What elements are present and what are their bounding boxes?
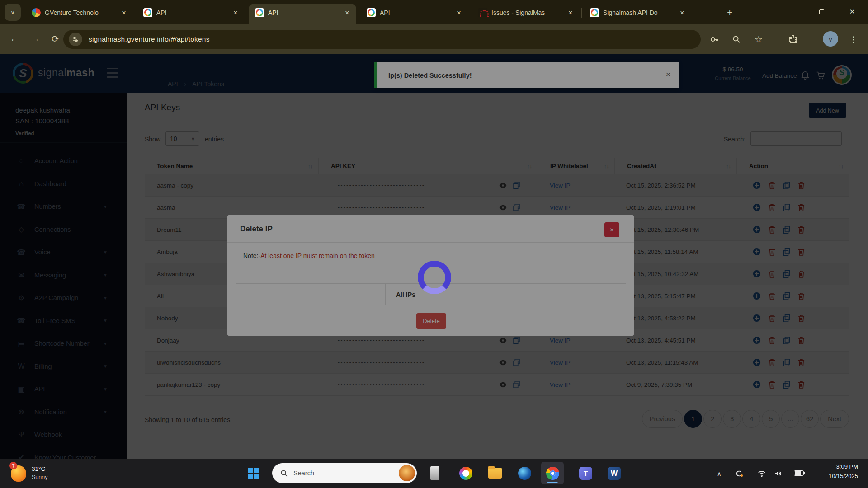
- bookmark-star-icon[interactable]: ☆: [753, 34, 764, 45]
- reload-button[interactable]: ⟳: [52, 33, 59, 44]
- chrome-icon[interactable]: [546, 467, 559, 480]
- page-viewport: S signalmash API › API Tokens $ 96.50 Cu…: [0, 54, 868, 459]
- window-close-button[interactable]: ✕: [844, 5, 860, 19]
- browser-tab[interactable]: API✕: [137, 4, 245, 24]
- tab-search-button[interactable]: ∨: [5, 4, 21, 21]
- signalmash-favicon-icon: [255, 8, 264, 17]
- forward-button[interactable]: →: [31, 33, 40, 44]
- battery-icon[interactable]: [794, 470, 804, 476]
- tab-separator: [470, 8, 470, 18]
- tray-expand-icon[interactable]: ∧: [717, 470, 722, 477]
- tab-title: API: [268, 9, 343, 16]
- extensions-icon[interactable]: [788, 34, 798, 45]
- loading-overlay: [0, 54, 868, 459]
- browser-tab[interactable]: Issues - SignalMas✕: [472, 4, 580, 24]
- clock-date: 10/15/2025: [809, 473, 858, 479]
- back-button[interactable]: ←: [10, 33, 19, 44]
- profile-avatar[interactable]: v: [823, 31, 838, 47]
- wifi-icon[interactable]: [758, 469, 771, 483]
- redmine-favicon-icon: [478, 8, 487, 17]
- password-key-icon[interactable]: [709, 34, 720, 45]
- tab-close-icon[interactable]: ✕: [678, 8, 687, 17]
- browser-tab[interactable]: API✕: [249, 4, 356, 24]
- windows-taskbar: 7 31°C Sunny Search T 58 W ∧ 3:09 PM 10/…: [0, 459, 868, 488]
- search-placeholder: Search: [293, 469, 399, 477]
- tab-title: API: [156, 9, 231, 16]
- word-icon[interactable]: W: [608, 467, 621, 480]
- edge-browser-icon[interactable]: [518, 467, 531, 480]
- weather-sun-icon: 7: [10, 463, 28, 483]
- phone-link-icon[interactable]: [430, 466, 439, 480]
- new-tab-button[interactable]: +: [723, 6, 736, 19]
- gventure-favicon-icon: [32, 8, 41, 17]
- browser-toolbar: ← → ⟳ signalmash.gventure.info/#/api/tok…: [0, 24, 868, 54]
- taskbar-clock[interactable]: 3:09 PM 10/15/2025: [809, 463, 858, 479]
- signalmash-favicon-icon: [143, 8, 152, 17]
- tab-separator: [135, 8, 135, 18]
- tab-close-icon[interactable]: ✕: [119, 8, 128, 17]
- tab-close-icon[interactable]: ✕: [566, 8, 575, 17]
- tab-close-icon[interactable]: ✕: [454, 8, 463, 17]
- browser-tabstrip: ∨ GVenture Technolo✕API✕API✕API✕Issues -…: [0, 0, 868, 24]
- clock-time: 3:09 PM: [809, 463, 858, 470]
- browser-tab[interactable]: API✕: [360, 4, 468, 24]
- tab-title: Signalmash API Do: [603, 9, 678, 16]
- window-minimize-button[interactable]: —: [782, 5, 797, 19]
- teams-icon[interactable]: T: [579, 467, 592, 480]
- weather-alert-badge: 7: [9, 462, 17, 469]
- search-icon: [280, 469, 288, 477]
- tab-separator: [581, 8, 582, 18]
- signalmash-favicon-icon: [367, 8, 376, 17]
- browser-tab[interactable]: GVenture Technolo✕: [25, 4, 133, 24]
- start-button-icon[interactable]: [248, 468, 259, 479]
- sync-update-icon[interactable]: [735, 469, 749, 483]
- site-settings-icon[interactable]: [69, 33, 82, 46]
- volume-icon[interactable]: [774, 469, 788, 483]
- tab-title: Issues - SignalMas: [491, 9, 566, 16]
- weather-temp: 31°C: [32, 465, 47, 472]
- tab-close-icon[interactable]: ✕: [343, 8, 352, 17]
- browser-tab[interactable]: Signalmash API Do✕: [584, 4, 691, 24]
- search-lens-icon[interactable]: [731, 34, 742, 45]
- window-restore-button[interactable]: [814, 5, 829, 19]
- search-highlight-image: [399, 465, 415, 481]
- tab-close-icon[interactable]: ✕: [231, 8, 240, 17]
- tab-title: GVenture Technolo: [45, 9, 119, 16]
- taskbar-search[interactable]: Search: [272, 463, 417, 483]
- tab-title: API: [380, 9, 454, 16]
- copilot-icon[interactable]: [459, 467, 472, 480]
- loading-spinner-icon: [418, 261, 451, 294]
- signalmash-favicon-icon: [590, 8, 599, 17]
- file-explorer-icon[interactable]: [488, 468, 502, 479]
- menu-kebab-icon[interactable]: ⋮: [848, 34, 859, 45]
- url-text: signalmash.gventure.info/#/api/tokens: [89, 35, 210, 43]
- weather-widget[interactable]: 7 31°C Sunny: [10, 463, 47, 483]
- weather-condition: Sunny: [32, 474, 47, 480]
- address-bar[interactable]: signalmash.gventure.info/#/api/tokens: [63, 30, 701, 49]
